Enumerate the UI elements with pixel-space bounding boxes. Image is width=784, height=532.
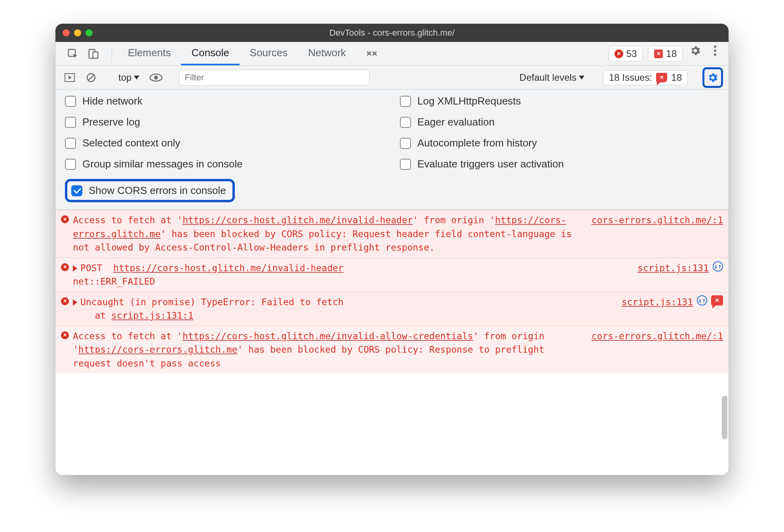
setting-checkbox[interactable]: Autocomplete from history bbox=[400, 137, 719, 149]
panel-tabs: ElementsConsoleSourcesNetwork bbox=[118, 42, 356, 65]
setting-checkbox[interactable]: Log XMLHttpRequests bbox=[400, 95, 719, 107]
tab-network[interactable]: Network bbox=[298, 42, 356, 65]
console-source-link[interactable]: script.js:131 bbox=[622, 295, 693, 309]
setting-label: Evaluate triggers user activation bbox=[417, 158, 564, 170]
issues-summary[interactable]: 18 Issues: 18 bbox=[603, 70, 688, 85]
setting-label: Autocomplete from history bbox=[417, 137, 537, 149]
network-initiator-icon[interactable]: ↓↑ bbox=[697, 295, 707, 306]
console-error-row[interactable]: Uncaught (in promise) TypeError: Failed … bbox=[55, 292, 729, 326]
setting-checkbox[interactable]: Group similar messages in console bbox=[65, 158, 384, 170]
errors-counter[interactable]: 53 bbox=[609, 46, 643, 61]
main-tabstrip: ElementsConsoleSourcesNetwork 53 18 bbox=[55, 42, 729, 66]
console-settings-button[interactable] bbox=[702, 67, 723, 88]
separator bbox=[112, 46, 112, 61]
issue-flag-icon bbox=[656, 73, 667, 82]
network-initiator-icon[interactable]: ↓↑ bbox=[713, 261, 723, 272]
tab-sources[interactable]: Sources bbox=[240, 42, 298, 65]
setting-checkbox[interactable]: Preserve log bbox=[65, 116, 384, 128]
settings-gear-icon[interactable] bbox=[687, 42, 704, 59]
setting-label: Eager evaluation bbox=[417, 116, 495, 128]
clear-console-icon[interactable] bbox=[82, 69, 100, 86]
setting-label: Hide network bbox=[82, 95, 143, 107]
setting-checkbox[interactable]: Selected context only bbox=[65, 137, 384, 149]
checkbox-icon bbox=[400, 117, 411, 128]
checkbox-icon bbox=[400, 159, 411, 170]
setting-label: Group similar messages in console bbox=[82, 158, 243, 170]
checkbox-icon bbox=[65, 117, 76, 128]
checkbox-icon bbox=[65, 138, 76, 149]
log-levels-selector[interactable]: Default levels bbox=[516, 72, 588, 83]
devtools-window: DevTools - cors-errors.glitch.me/ bbox=[55, 24, 729, 475]
inspect-element-icon[interactable] bbox=[64, 45, 82, 63]
issues-count: 18 bbox=[666, 48, 677, 59]
error-icon bbox=[61, 297, 69, 305]
console-message-body: Uncaught (in promise) TypeError: Failed … bbox=[73, 295, 611, 323]
toggle-sidebar-icon[interactable] bbox=[61, 69, 78, 86]
checkbox-icon bbox=[65, 159, 76, 170]
titlebar: DevTools - cors-errors.glitch.me/ bbox=[55, 24, 729, 42]
issues-summary-label: 18 Issues: bbox=[609, 72, 652, 83]
issues-summary-count: 18 bbox=[671, 72, 682, 83]
setting-checkbox[interactable]: Hide network bbox=[65, 95, 384, 107]
issue-icon bbox=[654, 49, 663, 58]
scrollbar-thumb[interactable] bbox=[722, 396, 727, 439]
context-selector[interactable]: top bbox=[114, 72, 143, 83]
disclosure-triangle-icon[interactable] bbox=[73, 299, 77, 306]
console-source-link[interactable]: cors-errors.glitch.me/:1 bbox=[592, 213, 723, 227]
highlighted-setting: Show CORS errors in console bbox=[65, 179, 235, 202]
filter-input[interactable] bbox=[179, 70, 369, 86]
levels-label: Default levels bbox=[519, 72, 577, 83]
checkbox-icon bbox=[400, 96, 411, 107]
svg-rect-2 bbox=[93, 52, 98, 58]
console-message-body: POST https://cors-host.glitch.me/invalid… bbox=[73, 261, 626, 289]
setting-label: Preserve log bbox=[82, 116, 140, 128]
tab-elements[interactable]: Elements bbox=[118, 42, 181, 65]
device-toolbar-icon[interactable] bbox=[85, 45, 102, 63]
disclosure-triangle-icon[interactable] bbox=[73, 265, 77, 272]
svg-point-3 bbox=[714, 46, 716, 48]
console-toolbar: top Default levels 18 Issues: 18 bbox=[55, 66, 729, 89]
error-icon bbox=[61, 263, 69, 271]
setting-checkbox[interactable]: Evaluate triggers user activation bbox=[400, 158, 719, 170]
console-error-row[interactable]: Access to fetch at 'https://cors-host.gl… bbox=[55, 210, 729, 258]
checkbox-icon bbox=[65, 96, 76, 107]
console-source-link[interactable]: script.js:131 bbox=[637, 261, 709, 275]
setting-label: Log XMLHttpRequests bbox=[417, 95, 521, 107]
setting-checkbox[interactable]: Show CORS errors in console bbox=[71, 184, 226, 197]
console-message-body: Access to fetch at 'https://cors-host.gl… bbox=[73, 213, 580, 255]
console-settings-panel: Hide networkPreserve logSelected context… bbox=[55, 89, 729, 210]
zoom-window-button[interactable] bbox=[86, 29, 93, 36]
svg-point-5 bbox=[714, 53, 716, 56]
error-icon bbox=[61, 331, 69, 339]
console-message-body: Access to fetch at 'https://cors-host.gl… bbox=[73, 329, 580, 370]
errors-count: 53 bbox=[626, 48, 637, 59]
minimize-window-button[interactable] bbox=[74, 29, 81, 36]
issue-badge-icon[interactable] bbox=[711, 295, 723, 306]
tab-console[interactable]: Console bbox=[181, 42, 239, 65]
more-menu-icon[interactable] bbox=[706, 42, 724, 59]
close-window-button[interactable] bbox=[63, 29, 70, 36]
live-expression-icon[interactable] bbox=[147, 69, 165, 86]
console-source-link[interactable]: cors-errors.glitch.me/:1 bbox=[592, 329, 723, 343]
console-error-row[interactable]: Access to fetch at 'https://cors-host.gl… bbox=[55, 326, 729, 374]
traffic-lights bbox=[63, 29, 93, 36]
issues-counter[interactable]: 18 bbox=[648, 46, 683, 61]
checkbox-icon bbox=[400, 138, 411, 149]
svg-point-9 bbox=[154, 76, 158, 80]
setting-label: Selected context only bbox=[82, 137, 180, 149]
context-label: top bbox=[118, 72, 131, 83]
more-tabs-button[interactable] bbox=[359, 42, 385, 65]
console-output[interactable]: Access to fetch at 'https://cors-host.gl… bbox=[55, 210, 729, 475]
svg-point-4 bbox=[714, 49, 716, 52]
checkbox-icon bbox=[71, 185, 82, 196]
setting-checkbox[interactable]: Eager evaluation bbox=[400, 116, 719, 128]
window-title: DevTools - cors-errors.glitch.me/ bbox=[55, 28, 729, 38]
console-error-row[interactable]: POST https://cors-host.glitch.me/invalid… bbox=[55, 258, 729, 292]
setting-label: Show CORS errors in console bbox=[89, 184, 226, 197]
error-icon bbox=[61, 215, 69, 223]
error-icon bbox=[615, 49, 623, 58]
